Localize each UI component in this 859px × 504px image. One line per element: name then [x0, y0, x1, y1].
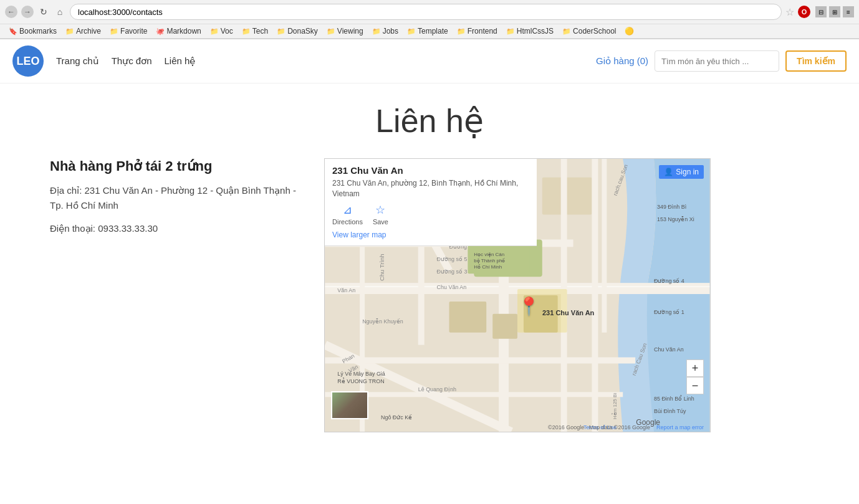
- bookmark-item-htmlcssjs[interactable]: 📁HtmlCssJS: [502, 26, 557, 37]
- nav-contact[interactable]: Liên hệ: [165, 55, 196, 67]
- window-close[interactable]: ≡: [843, 6, 854, 17]
- bookmark-item-donasky[interactable]: 📁DonaSky: [273, 26, 322, 37]
- svg-text:Ngô Đức Kế: Ngô Đức Kế: [381, 414, 412, 421]
- window-minimize[interactable]: ⊟: [815, 6, 827, 17]
- svg-text:Hẻm 125 Bì: Hẻm 125 Bì: [612, 393, 618, 420]
- svg-rect-11: [325, 358, 635, 364]
- save-label: Save: [373, 218, 388, 226]
- svg-text:Học viện Cán: Học viện Cán: [474, 252, 504, 257]
- bookmark-item-voc[interactable]: 📁Voc: [206, 26, 237, 37]
- bookmark-label: Frontend: [468, 27, 497, 36]
- svg-text:Đường số 4: Đường số 4: [654, 278, 684, 284]
- bookmark-star-button[interactable]: ☆: [785, 6, 794, 18]
- nav-home[interactable]: Trang chủ: [56, 55, 99, 67]
- svg-rect-14: [592, 159, 598, 432]
- svg-text:Đường số 1: Đường số 1: [654, 309, 684, 315]
- map-controls: + −: [686, 359, 704, 394]
- bookmark-folder-icon: 📁: [506, 27, 515, 36]
- svg-text:Chu Trình: Chu Trình: [378, 254, 385, 281]
- map-save-button[interactable]: ☆ Save: [373, 203, 388, 226]
- street-view-thumbnail[interactable]: [331, 391, 368, 419]
- map-place-address: 231 Chu Văn An, phường 12, Bình Thạnh, H…: [332, 178, 529, 199]
- view-larger-map-link[interactable]: View larger map: [332, 231, 386, 239]
- home-button[interactable]: ⌂: [54, 6, 66, 18]
- search-button[interactable]: Tìm kiếm: [785, 50, 847, 72]
- map-actions: ⊿ Directions ☆ Save: [332, 203, 529, 226]
- svg-text:Đường số 3: Đường số 3: [437, 269, 468, 275]
- address-value: 231 Chu Văn An - Phường 12 - Quận Bình T…: [50, 185, 296, 211]
- bookmark-label: Favorite: [120, 27, 147, 36]
- bookmark-item-viewing[interactable]: 📁Viewing: [323, 26, 367, 37]
- bookmark-item-favorite[interactable]: 📁Favorite: [106, 26, 151, 37]
- bookmark-label: Template: [418, 27, 448, 36]
- zoom-in-button[interactable]: +: [686, 359, 704, 377]
- bookmark-item-coderschool[interactable]: 📁CoderSchool: [559, 26, 620, 37]
- directions-icon: ⊿: [343, 203, 352, 217]
- bookmark-folder-icon: 📁: [110, 27, 118, 36]
- pin-label: 231 Chu Văn An: [542, 309, 594, 316]
- svg-text:Lý Vé Máy Bay Giá: Lý Vé Máy Bay Giá: [337, 371, 385, 377]
- bookmark-label: CoderSchool: [573, 27, 616, 36]
- svg-text:Hồ Chí Minh: Hồ Chí Minh: [474, 264, 502, 270]
- nav-links: Trang chủ Thực đơn Liên hệ: [56, 55, 596, 67]
- site-logo: LEO: [12, 45, 44, 77]
- bookmark-folder-icon: 🔖: [9, 27, 17, 36]
- contact-content: Nhà hàng Phở tái 2 trứng Địa chỉ: 231 Ch…: [0, 158, 859, 432]
- bookmarks-bar: 🔖Bookmarks📁Archive📁Favorite🐙Markdown📁Voc…: [0, 24, 859, 39]
- directions-label: Directions: [332, 218, 363, 226]
- bookmark-folder-icon: 📁: [65, 27, 74, 36]
- bookmark-item-markdown[interactable]: 🐙Markdown: [152, 26, 204, 37]
- map-directions-button[interactable]: ⊿ Directions: [332, 203, 363, 226]
- bookmark-label: Tech: [252, 27, 268, 36]
- browser-chrome: ← → ↻ ⌂ ☆ O ⊟ ⊞ ≡ 🔖Bookmarks📁Archive📁Fav…: [0, 0, 859, 39]
- map-info-box: 231 Chu Văn An 231 Chu Văn An, phường 12…: [325, 159, 537, 246]
- nav-menu[interactable]: Thực đơn: [112, 55, 152, 67]
- reload-button[interactable]: ↻: [37, 6, 50, 18]
- bookmark-label: DonaSky: [287, 27, 318, 36]
- page-title: Liên hệ: [0, 83, 859, 158]
- bookmark-folder-icon: 📁: [277, 27, 286, 36]
- bookmark-label: HtmlCssJS: [517, 27, 554, 36]
- contact-info: Nhà hàng Phở tái 2 trứng Địa chỉ: 231 Ch…: [50, 158, 299, 234]
- svg-text:Rẻ VUONG TRON: Rẻ VUONG TRON: [337, 378, 384, 384]
- extensions-area: O ⊟ ⊞ ≡: [798, 6, 854, 18]
- address-text: Địa chỉ: 231 Chu Văn An - Phường 12 - Qu…: [50, 183, 299, 213]
- nav-right: Giỏ hàng (0) Tìm kiếm: [596, 50, 847, 72]
- bookmark-folder-icon: 📁: [242, 27, 251, 36]
- bookmark-folder-icon: 📁: [407, 27, 416, 36]
- window-maximize[interactable]: ⊞: [829, 6, 840, 17]
- bookmark-label: Archive: [76, 27, 101, 36]
- svg-text:349 Đình Bì: 349 Đình Bì: [657, 204, 686, 210]
- pin-icon: 📍: [518, 296, 540, 316]
- bookmark-item-template[interactable]: 📁Template: [403, 26, 452, 37]
- bookmark-item-[interactable]: 🟡: [621, 26, 638, 37]
- bookmark-label: Viewing: [337, 27, 363, 36]
- bookmark-item-jobs[interactable]: 📁Jobs: [368, 26, 402, 37]
- bookmark-item-frontend[interactable]: 📁Frontend: [453, 26, 501, 37]
- svg-rect-6: [325, 286, 709, 287]
- bookmark-label: Markdown: [166, 27, 201, 36]
- svg-rect-16: [492, 314, 517, 339]
- svg-text:153 Nguyễn Xi: 153 Nguyễn Xi: [657, 216, 694, 222]
- bookmark-item-bookmarks[interactable]: 🔖Bookmarks: [5, 26, 60, 37]
- phone-text: Điện thoại: 0933.33.33.30: [50, 223, 299, 234]
- forward-button[interactable]: →: [21, 6, 34, 18]
- search-input[interactable]: [655, 50, 779, 72]
- restaurant-name: Nhà hàng Phở tái 2 trứng: [50, 158, 299, 174]
- map-container: Chu Trình Đường số 12 Đường số 10 Đường …: [324, 158, 711, 432]
- back-button[interactable]: ←: [5, 6, 17, 18]
- address-bar[interactable]: [70, 4, 782, 20]
- bookmark-item-archive[interactable]: 📁Archive: [62, 26, 105, 37]
- bookmark-item-tech[interactable]: 📁Tech: [238, 26, 272, 37]
- svg-text:Nguyễn Khuyến: Nguyễn Khuyến: [362, 318, 403, 325]
- map-sign-in-button[interactable]: 👤 Sign in: [659, 165, 704, 179]
- map-place-name: 231 Chu Văn An: [332, 165, 529, 176]
- bookmark-label: 🟡: [625, 27, 634, 36]
- opera-icon: O: [798, 6, 810, 18]
- report-link[interactable]: Report a map error: [656, 424, 704, 430]
- svg-text:Chu Văn An: Chu Văn An: [437, 284, 467, 290]
- window-buttons: ⊟ ⊞ ≡: [815, 6, 854, 17]
- zoom-out-button[interactable]: −: [686, 377, 704, 394]
- copyright-text: ©2016 Google · Map data ©2016 Google: [548, 424, 650, 430]
- cart-button[interactable]: Giỏ hàng (0): [596, 55, 648, 67]
